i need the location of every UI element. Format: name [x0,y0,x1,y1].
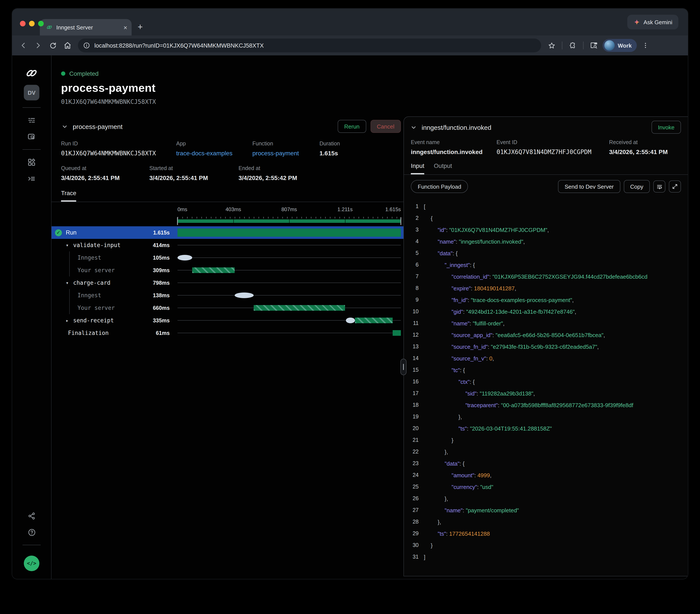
inngest-logo-icon[interactable] [23,65,40,81]
chevron-down-icon[interactable]: ▾ [66,281,73,285]
code-line: 4"name": "inngest/function.invoked", [408,236,688,247]
trace-row-duration: 309ms [153,267,170,273]
span-bar[interactable] [192,267,235,273]
code-line: 10"gid": "4924bd12-13de-4201-a31e-fb7f42… [408,306,688,318]
invoke-button[interactable]: Invoke [651,121,681,134]
window-controls[interactable] [20,21,44,26]
close-window-button[interactable] [20,21,26,26]
payload-json-viewer[interactable]: 1[2{3"id": "01KJX6Q7V81N4DMZ7HFJ0CGPDM",… [404,198,688,576]
chevron-right-icon[interactable]: ▸ [66,318,73,323]
tab-input[interactable]: Input [411,162,424,175]
line-number: 1 [408,201,418,213]
tab-trace[interactable]: Trace [61,190,76,202]
browser-window: Inngest Server × + Ask Gemini [12,9,688,579]
span-bar[interactable] [392,330,401,336]
code-line: 18"traceparent": "00-a073fb598bfff8af829… [408,399,688,411]
trace-row-inngest[interactable]: Inngest138ms [51,289,403,302]
terminal-icon[interactable] [23,170,40,187]
trace-row-your-server[interactable]: Your server309ms [51,264,403,277]
back-button[interactable] [17,39,29,51]
field-value: 01KJX6Q7W64NMKMWBNKCJ58XTX [61,150,176,157]
field-queued-at: Queued at 3/4/2026, 2:55:41 PM [61,165,149,181]
function-link[interactable]: process-payment [252,150,320,157]
code-line: 28}, [408,516,688,528]
share-icon[interactable] [23,508,40,524]
panel-resize-handle[interactable] [400,359,407,375]
line-number: 31 [408,551,418,563]
profile-chip[interactable]: Work [603,39,637,52]
code-line: 17"sid": "119282aa29b3d138", [408,388,688,399]
forward-button[interactable] [32,39,44,51]
avatar [604,40,615,51]
bookmark-star-icon[interactable] [546,39,558,51]
app-sidebar: DV [12,55,51,579]
line-number: 11 [408,318,418,329]
reload-button[interactable] [47,39,59,51]
trace-row-send-receipt[interactable]: ▸send-receipt335ms [51,314,403,327]
runs-list-icon[interactable] [23,112,40,128]
site-info-icon[interactable] [83,42,90,49]
home-button[interactable] [61,39,74,51]
trace-row-label: Inngest [77,292,101,298]
line-number: 20 [408,423,418,434]
line-number: 13 [408,341,418,353]
trace-row-finalization[interactable]: Finalization61ms [51,327,403,339]
code-line: 20"ts": "2026-03-04T19:55:41.288158Z" [408,423,688,434]
span-bar[interactable] [346,318,355,323]
app-link[interactable]: trace-docs-examples [176,150,252,157]
function-payload-pill[interactable]: Function Payload [411,180,468,193]
tab-output[interactable]: Output [434,162,452,175]
minimize-window-button[interactable] [29,21,35,26]
code-line: 8"expire": 1804190141287, [408,283,688,294]
search-events-icon[interactable] [23,128,40,145]
status-dot [61,72,65,76]
field-label: Started at [149,165,239,171]
url-text[interactable]: localhost:8288/run?runID=01KJX6Q7W64NMKM… [95,42,264,49]
trace-row-charge-card[interactable]: ▾charge-card798ms [51,277,403,289]
span-bar[interactable] [235,293,254,298]
trace-row-inngest[interactable]: Inngest105ms [51,252,403,264]
ask-gemini-button[interactable]: Ask Gemini [627,15,678,29]
field-value: 3/4/2026, 2:55:41 PM [149,175,239,181]
span-bar[interactable] [177,229,401,237]
dev-tools-button[interactable]: </> [24,555,39,571]
trace-row-label: validate-input [73,242,121,248]
line-number: 4 [408,236,418,247]
chevron-down-icon[interactable] [411,124,416,130]
rerun-button[interactable]: Rerun [338,120,366,133]
copy-button[interactable]: Copy [624,180,650,193]
zoom-window-button[interactable] [38,21,44,26]
apps-icon[interactable] [23,154,40,170]
span-bar[interactable] [177,255,192,260]
trace-row-validate-input[interactable]: ▾validate-input414ms [51,239,403,252]
line-number: 22 [408,446,418,458]
chevron-down-icon[interactable]: ▾ [66,243,73,247]
workspace-badge[interactable]: DV [24,85,39,100]
span-bar[interactable] [355,318,392,323]
line-number: 30 [408,540,418,551]
browser-menu-icon[interactable] [640,39,652,51]
trace-row-label: Inngest [77,254,101,261]
reading-mode-icon[interactable] [588,39,600,51]
trace-row-your-server[interactable]: Your server660ms [51,302,403,314]
event-section-title[interactable]: inngest/function.invoked [422,124,491,131]
trace-row-chart [177,252,401,264]
help-icon[interactable] [23,524,40,540]
timeline-minimap[interactable] [177,219,401,223]
line-number: 23 [408,458,418,470]
span-bar[interactable] [254,305,345,311]
extensions-icon[interactable] [567,39,579,51]
line-number: 29 [408,528,418,540]
trace-section-title[interactable]: process-payment [73,123,123,130]
browser-tab[interactable]: Inngest Server × [40,19,132,36]
send-to-dev-server-button[interactable]: Send to Dev Server [558,180,620,193]
tab-close-icon[interactable]: × [123,24,127,30]
trace-row-run[interactable]: ✓Run1.615s [51,226,403,239]
url-bar[interactable]: localhost:8288/run?runID=01KJX6Q7W64NMKM… [78,39,541,52]
cancel-button[interactable]: Cancel [370,120,401,133]
word-wrap-icon[interactable] [653,180,665,193]
code-line: 23"data": { [408,458,688,470]
new-tab-button[interactable]: + [138,22,143,32]
chevron-down-icon[interactable] [62,124,67,129]
expand-icon[interactable] [669,180,681,193]
